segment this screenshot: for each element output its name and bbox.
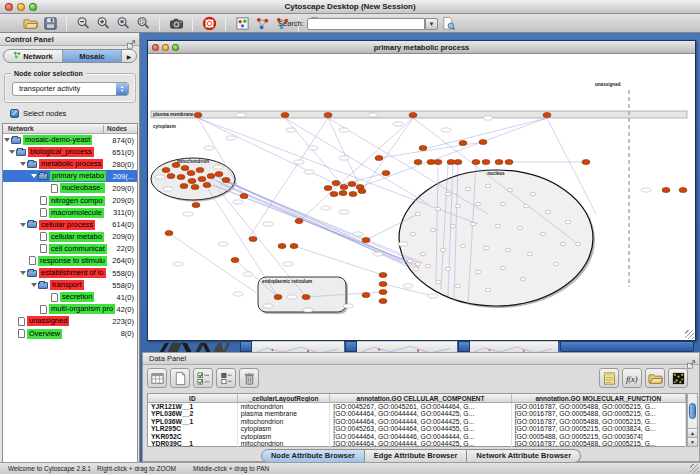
gene-node[interactable]	[339, 190, 347, 195]
expander-triangle-icon[interactable]	[31, 174, 37, 178]
scrollbar-thumb[interactable]	[689, 403, 696, 419]
tree-row[interactable]: secretion41(0)	[3, 291, 137, 303]
table-cell[interactable]: YKR052C	[148, 433, 238, 440]
dropdown-stepper-icon[interactable]: ▲▼	[116, 83, 128, 95]
nucleus-node[interactable]	[445, 192, 450, 196]
tab-overflow-arrow[interactable]: ▶	[122, 50, 136, 62]
new-attribute-icon[interactable]	[170, 368, 190, 388]
nucleus-node[interactable]	[527, 252, 532, 256]
gene-node[interactable]	[362, 237, 370, 242]
open-file-icon[interactable]	[22, 16, 38, 32]
function-icon[interactable]: f(x)	[622, 368, 642, 388]
table-cell[interactable]: [GO:0016787, GO:0005488, GO:0005215, G..…	[512, 440, 686, 447]
nucleus-node[interactable]	[475, 202, 480, 206]
gene-node[interactable]	[495, 159, 503, 164]
nucleus-node[interactable]	[430, 228, 435, 232]
nucleus-node[interactable]	[520, 277, 525, 281]
table-cell[interactable]: cytoplasm	[238, 425, 331, 432]
gene-node[interactable]	[324, 112, 332, 117]
tree-row[interactable]: nitrogen compo209(0)	[3, 194, 137, 206]
minimized-window-bar[interactable]	[560, 341, 694, 352]
gene-node[interactable]	[222, 177, 230, 182]
nucleus-node[interactable]	[415, 262, 420, 266]
app-resize-grip[interactable]	[690, 464, 699, 473]
table-row[interactable]: YPL036W__1mitochondrion[GO:0044464, GO:0…	[148, 418, 686, 425]
gene-node[interactable]	[382, 170, 390, 175]
nucleus-node[interactable]	[500, 202, 505, 206]
nucleus-node[interactable]	[440, 248, 445, 252]
gene-node[interactable]	[340, 184, 348, 189]
minimized-window-titlebar[interactable]	[345, 341, 357, 352]
zoom-button[interactable]	[29, 3, 37, 11]
import-attributes-icon[interactable]	[645, 368, 665, 388]
tree-row[interactable]: metabolic process280(0)	[3, 158, 137, 170]
column-header[interactable]: annotation.GO CELLULAR_COMPONENT	[330, 394, 511, 402]
gene-node[interactable]	[187, 170, 195, 175]
tab-node-attribute-browser[interactable]: Node Attribute Browser	[261, 449, 365, 463]
node-color-dropdown[interactable]: transporter activity ▲▼	[12, 82, 129, 96]
table-cell[interactable]: YPL036W__1	[148, 418, 238, 425]
window-resize-grip[interactable]	[685, 330, 694, 339]
select-nodes-checkbox[interactable]: ✓	[10, 109, 19, 118]
expander-triangle-icon[interactable]	[20, 271, 26, 275]
nucleus-node[interactable]	[455, 284, 460, 288]
nucleus-node[interactable]	[413, 267, 418, 271]
gene-node[interactable]	[472, 159, 480, 164]
nucleus-node[interactable]	[420, 252, 425, 256]
tree-row[interactable]: cell communicat22(0)	[3, 243, 137, 255]
gene-node[interactable]	[358, 188, 366, 193]
tree-row[interactable]: macromolecule311(0)	[3, 207, 137, 219]
gene-node[interactable]	[215, 171, 223, 176]
plasma-membrane-region[interactable]	[151, 111, 687, 118]
float-panel-icon[interactable]	[686, 355, 696, 364]
tree-row[interactable]: transport558(0)	[3, 279, 137, 291]
gene-node[interactable]	[162, 167, 170, 172]
gene-node[interactable]	[379, 281, 387, 286]
close-button[interactable]	[152, 44, 159, 51]
zoom-out-icon[interactable]	[75, 16, 91, 32]
table-cell[interactable]: [GO:0045263, GO:0044464, GO:0044455, G..…	[330, 425, 511, 432]
gene-node[interactable]	[196, 167, 204, 172]
table-scrollbar[interactable]: ▲ ▼	[687, 393, 698, 447]
nucleus-node[interactable]	[465, 187, 470, 191]
gene-node[interactable]	[240, 193, 248, 198]
tree-row[interactable]: biological_process651(0)	[3, 146, 137, 158]
gene-node[interactable]	[505, 159, 513, 164]
nucleus-node[interactable]	[445, 267, 450, 271]
nucleus-node[interactable]	[500, 266, 505, 270]
search-options-icon[interactable]	[441, 16, 457, 32]
table-cell[interactable]: YDR039C__1	[148, 440, 238, 447]
search-input[interactable]	[307, 18, 425, 30]
search-dropdown-arrow[interactable]: ▼	[425, 18, 438, 30]
zoom-selected-icon[interactable]	[115, 16, 131, 32]
zoom-in-icon[interactable]	[95, 16, 111, 32]
nucleus-node[interactable]	[415, 212, 420, 216]
nucleus-node[interactable]	[475, 270, 480, 274]
gene-node[interactable]	[482, 159, 490, 164]
gene-node[interactable]	[194, 112, 202, 117]
table-row[interactable]: YKR052Ccytoplasm[GO:0044464, GO:0044446,…	[148, 433, 686, 440]
gene-node[interactable]	[459, 140, 467, 145]
gene-node[interactable]	[332, 180, 340, 185]
gene-node[interactable]	[192, 202, 200, 207]
expander-triangle-icon[interactable]	[4, 138, 10, 142]
minimize-button[interactable]	[17, 3, 25, 11]
gene-node[interactable]	[274, 294, 282, 299]
gene-node[interactable]	[349, 191, 357, 196]
table-cell[interactable]: YJR121W__1	[148, 403, 238, 410]
nucleus-node[interactable]	[435, 280, 440, 284]
nucleus-node[interactable]	[455, 204, 460, 208]
zoom-button[interactable]	[172, 44, 179, 51]
table-cell[interactable]: [GO:0044464, GO:0044446, GO:0044444, G..…	[330, 433, 511, 440]
gene-node[interactable]	[454, 159, 462, 164]
gene-node[interactable]	[324, 185, 332, 190]
column-header[interactable]: _cellularLayoutRegion	[238, 394, 331, 402]
tab-edge-attribute-browser[interactable]: Edge Attribute Browser	[365, 449, 467, 463]
nucleus-node[interactable]	[523, 204, 528, 208]
table-row[interactable]: YJR121W__1mitochondrion[GO:0045267, GO:0…	[148, 403, 686, 410]
table-cell[interactable]: [GO:0044464, GO:0044444, GO:0044425, G..…	[330, 418, 511, 425]
scroll-down-icon[interactable]: ▼	[688, 437, 697, 446]
gene-node[interactable]	[582, 159, 590, 164]
gene-node[interactable]	[479, 139, 487, 144]
nucleus-node[interactable]	[565, 220, 570, 224]
